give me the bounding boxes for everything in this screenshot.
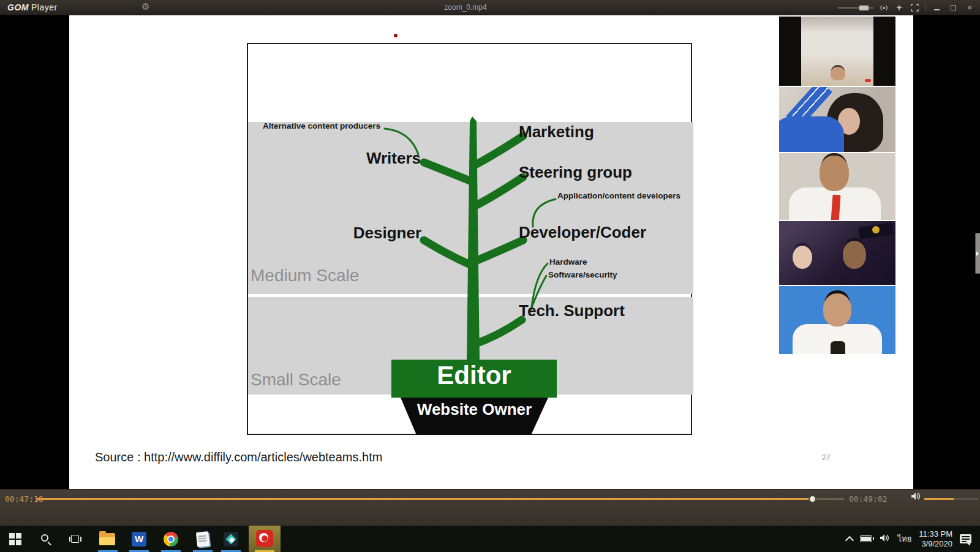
participant-video-3	[779, 153, 895, 220]
side-panel-handle[interactable]	[975, 233, 980, 274]
folder-icon	[99, 533, 115, 545]
fullscreen-icon[interactable]	[910, 4, 919, 12]
search-icon	[41, 534, 51, 544]
tray-overflow-chevron-icon[interactable]	[845, 535, 854, 544]
gom-titlebar[interactable]: GOMPlayer ⚙ zoom_0.mp4 ×	[0, 0, 980, 15]
chrome-button[interactable]	[157, 526, 185, 552]
settings-gear-icon[interactable]: ⚙	[141, 1, 149, 12]
language-indicator[interactable]: ไทย	[898, 532, 912, 545]
taskbar-clock[interactable]: 11:33 PM 3/9/2020	[919, 529, 952, 549]
system-tray: ไทย 11:33 PM 3/9/2020	[846, 526, 980, 552]
source-citation: Source : http://www.diffily.com/articles…	[95, 450, 382, 464]
maximize-button[interactable]	[948, 3, 959, 12]
mute-speaker-icon[interactable]	[879, 4, 889, 12]
participant-video-4	[779, 221, 895, 285]
titlebar-volume-knob[interactable]	[859, 6, 869, 10]
seek-progress	[37, 498, 813, 500]
clock-time: 11:33 PM	[919, 529, 952, 539]
minimize-button[interactable]	[931, 3, 942, 12]
pin-icon[interactable]	[894, 4, 904, 12]
titlebar-volume-slider[interactable]	[838, 7, 873, 9]
chrome-icon	[164, 532, 178, 546]
filmora-button[interactable]	[217, 526, 245, 552]
search-button[interactable]	[32, 526, 60, 552]
notepad-icon	[196, 531, 209, 547]
label-marketing: Marketing	[519, 123, 594, 142]
notepad-button[interactable]	[189, 526, 217, 552]
participant-video-2	[779, 87, 895, 152]
volume-speaker-icon[interactable]	[911, 492, 922, 503]
label-medium-scale: Medium Scale	[251, 266, 359, 285]
battery-icon[interactable]	[860, 535, 872, 542]
seek-handle[interactable]	[809, 495, 816, 503]
gom-logo: GOMPlayer	[7, 2, 58, 12]
label-steering-group: Steering group	[519, 163, 632, 182]
gom-logo-rest: Player	[31, 2, 58, 12]
word-button[interactable]: W	[125, 526, 153, 552]
participant-video-1	[779, 17, 895, 86]
label-small-scale: Small Scale	[251, 370, 341, 390]
label-editor: Editor	[391, 361, 557, 390]
label-designer: Designer	[342, 224, 421, 243]
tray-speaker-icon[interactable]	[880, 534, 891, 545]
label-developer-coder: Developer/Coder	[519, 223, 646, 242]
word-icon: W	[132, 532, 146, 546]
windows-logo-icon	[9, 533, 21, 545]
clock-date: 3/9/2020	[919, 539, 952, 549]
seek-bar[interactable]	[37, 497, 844, 501]
total-time: 00:49:02	[849, 494, 888, 504]
gom-player-icon	[256, 530, 273, 547]
label-software-security: Software/security	[548, 270, 617, 279]
action-center-icon[interactable]	[960, 534, 971, 543]
task-view-icon	[69, 535, 81, 543]
slide-page-number: 27	[822, 453, 830, 462]
filmora-icon	[224, 532, 238, 546]
gom-player-taskbar-button[interactable]	[249, 526, 281, 552]
start-button[interactable]	[1, 526, 29, 552]
windows-taskbar: W ไทย 11:33 PM 3/9/2020	[0, 526, 980, 552]
label-website-owner: Website Owner	[401, 400, 548, 419]
participant-video-5	[779, 286, 895, 354]
desktop: GOMPlayer ⚙ zoom_0.mp4 ×	[0, 0, 980, 552]
label-app-content-developers: Application/content developers	[557, 191, 680, 200]
laser-pointer-dot	[394, 34, 398, 37]
label-writers: Writers	[346, 149, 421, 168]
file-explorer-button[interactable]	[93, 526, 121, 552]
label-tech-support: Tech. Support	[519, 301, 625, 320]
volume-slider[interactable]	[924, 497, 978, 501]
seek-remaining	[813, 498, 844, 500]
player-controlbar: 00:47:18 00:49:02 [GOMTV Plus] K-culture…	[0, 489, 980, 526]
web-team-diagram: Alternative content producers Writers Ma…	[247, 43, 692, 435]
gom-logo-bold: GOM	[7, 2, 29, 12]
close-button[interactable]: ×	[964, 3, 975, 12]
volume-level	[924, 498, 954, 500]
titlebar-separator	[925, 4, 925, 12]
label-hardware: Hardware	[549, 257, 587, 267]
label-alt-content-producers: Alternative content producers	[263, 121, 380, 130]
playing-file-title: zoom_0.mp4	[404, 3, 527, 12]
task-view-button[interactable]	[61, 526, 89, 552]
volume-remaining	[954, 498, 978, 500]
